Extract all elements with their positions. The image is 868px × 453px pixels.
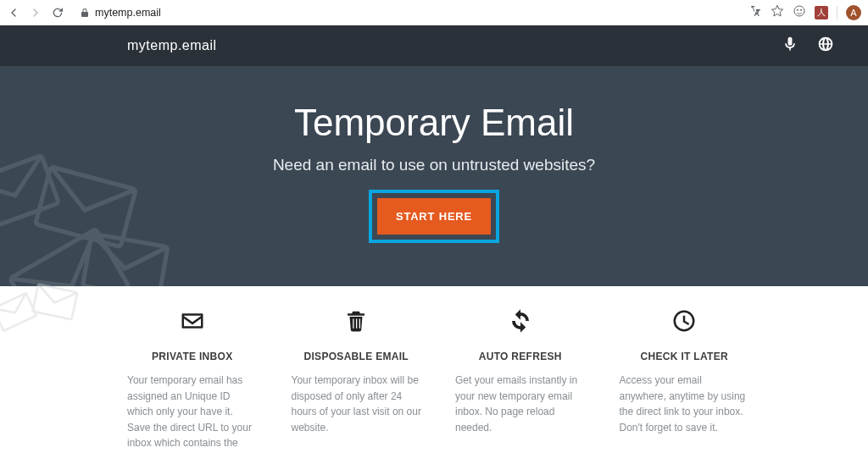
brand-logo[interactable]: mytemp.email <box>127 38 217 53</box>
hero-subtitle: Need an email to use on untrusted websit… <box>273 156 595 174</box>
feature-desc: Your temporary email has assigned an Uni… <box>127 373 258 453</box>
feature-private-inbox: PRIVATE INBOX Your temporary email has a… <box>127 308 258 453</box>
star-icon[interactable] <box>771 4 784 21</box>
extension-icon[interactable] <box>793 4 806 21</box>
hero-title: Temporary Email <box>294 102 574 144</box>
clock-icon <box>620 308 750 337</box>
translate-icon[interactable] <box>748 4 762 21</box>
microphone-icon[interactable] <box>782 36 798 56</box>
divider <box>837 6 837 19</box>
start-here-button[interactable]: START HERE <box>377 198 491 235</box>
svg-point-0 <box>794 6 804 16</box>
refresh-icon <box>455 308 586 337</box>
feature-desc: Your temporary inbox will be disposed of… <box>292 373 422 435</box>
browser-actions: 人 A <box>748 4 861 21</box>
lock-icon <box>80 8 90 18</box>
feature-check-later: CHECK IT LATER Access your email anywher… <box>620 308 750 453</box>
browser-nav <box>7 6 64 19</box>
site-header: mytemp.email <box>0 25 868 66</box>
features-section: PRIVATE INBOX Your temporary email has a… <box>0 286 868 453</box>
address-bar[interactable]: mytemp.email <box>71 3 742 22</box>
feature-auto-refresh: AUTO REFRESH Get your emails instantly i… <box>455 308 586 453</box>
envelope-icon <box>127 308 258 337</box>
cta-highlight: START HERE <box>369 190 499 243</box>
svg-point-2 <box>800 8 802 10</box>
features-row: PRIVATE INBOX Your temporary email has a… <box>0 286 868 453</box>
feature-title: PRIVATE INBOX <box>127 351 258 362</box>
feature-title: DISPOSABLE EMAIL <box>292 351 422 362</box>
feature-desc: Access your email anywhere, anytime by u… <box>620 373 750 435</box>
trash-icon <box>292 308 422 337</box>
feature-title: AUTO REFRESH <box>455 351 586 362</box>
hero-section: Temporary Email Need an email to use on … <box>0 66 868 286</box>
reload-button[interactable] <box>51 6 64 19</box>
pdf-extension-badge[interactable]: 人 <box>815 6 828 19</box>
feature-disposable-email: DISPOSABLE EMAIL Your temporary inbox wi… <box>292 308 422 453</box>
header-actions <box>782 36 834 56</box>
url-text: mytemp.email <box>95 7 161 19</box>
browser-chrome: mytemp.email 人 A <box>0 0 868 25</box>
feature-title: CHECK IT LATER <box>620 351 750 362</box>
back-button[interactable] <box>7 6 20 19</box>
hero-background-art <box>0 100 195 286</box>
feature-desc: Get your emails instantly in your new te… <box>455 373 586 435</box>
forward-button[interactable] <box>29 6 42 19</box>
profile-avatar[interactable]: A <box>846 5 861 20</box>
globe-icon[interactable] <box>817 36 834 56</box>
svg-point-1 <box>797 8 798 10</box>
